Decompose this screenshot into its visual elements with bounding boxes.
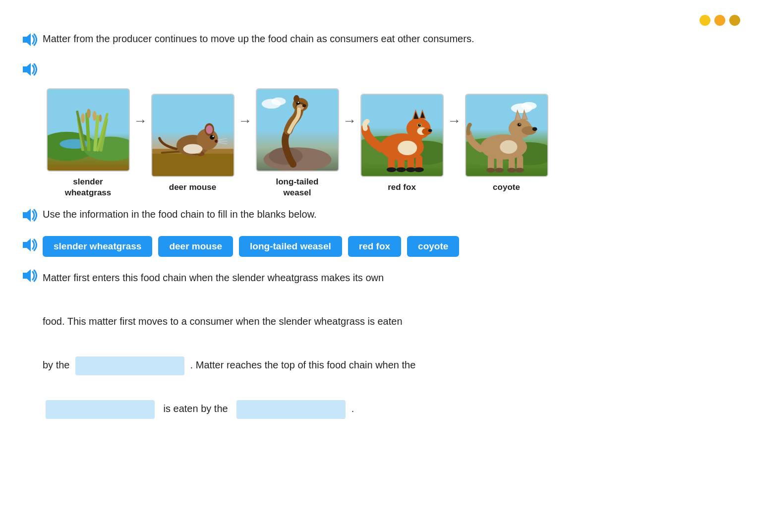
animal-image-deer-mouse <box>151 94 234 177</box>
speaker-icon-1[interactable] <box>20 31 38 49</box>
svg-marker-98 <box>23 238 31 251</box>
svg-point-15 <box>99 115 102 122</box>
svg-point-58 <box>428 129 432 132</box>
arrow-2: → <box>238 111 252 131</box>
animal-label-red-fox: red fox <box>388 182 416 193</box>
svg-point-33 <box>183 144 202 154</box>
food-chain-item-deer-mouse: deer mouse <box>149 94 236 193</box>
svg-point-95 <box>507 168 516 173</box>
food-chain-row: slenderwheatgrass → <box>45 88 740 198</box>
tag-deer-mouse[interactable]: deer mouse <box>158 236 233 257</box>
svg-marker-1 <box>23 63 31 76</box>
status-dots <box>20 15 740 26</box>
fill-text-part1: Matter first enters this food chain when… <box>43 272 384 283</box>
svg-point-61 <box>419 124 420 125</box>
fill-text-is-eaten: is eaten by the <box>164 403 228 414</box>
animal-image-coyote <box>465 94 548 177</box>
arrow-1: → <box>133 111 147 131</box>
intro-section: Matter from the producer continues to mo… <box>20 31 740 49</box>
arrow-4: → <box>447 111 461 131</box>
svg-marker-0 <box>23 33 31 46</box>
animal-label-coyote: coyote <box>493 182 520 193</box>
svg-point-93 <box>486 168 495 173</box>
speaker-icon-3[interactable] <box>20 206 38 224</box>
svg-point-36 <box>271 98 286 106</box>
instruction-section: Use the information in the food chain to… <box>20 206 740 224</box>
fill-text-block: Matter first enters this food chain when… <box>43 267 740 419</box>
tags-section: slender wheatgrass deer mouse long-taile… <box>20 236 740 257</box>
animal-image-red-fox <box>360 94 444 177</box>
svg-marker-99 <box>23 269 31 282</box>
svg-point-70 <box>414 167 424 172</box>
tag-slender-wheatgrass[interactable]: slender wheatgrass <box>43 236 152 257</box>
svg-marker-97 <box>23 209 31 222</box>
speaker-icon-4[interactable] <box>20 236 38 254</box>
orange-dot <box>714 15 725 26</box>
food-chain-header <box>20 60 740 78</box>
food-chain-item-coyote: coyote <box>463 94 550 193</box>
svg-point-69 <box>406 167 415 172</box>
svg-point-24 <box>210 135 215 140</box>
svg-point-62 <box>398 141 417 155</box>
arrow-3: → <box>343 111 356 131</box>
fill-text-period: . <box>351 403 354 414</box>
speaker-icon-5[interactable] <box>20 267 38 285</box>
tag-red-fox[interactable]: red fox <box>348 236 401 257</box>
svg-point-23 <box>206 125 213 134</box>
tag-coyote[interactable]: coyote <box>407 236 459 257</box>
svg-point-96 <box>515 168 524 173</box>
blank-input-3[interactable] <box>236 400 346 419</box>
intro-text: Matter from the producer continues to mo… <box>43 31 740 47</box>
svg-point-88 <box>500 140 517 154</box>
svg-point-45 <box>293 95 299 103</box>
animal-image-weasel <box>256 88 339 172</box>
svg-point-94 <box>495 168 504 173</box>
blank-input-1[interactable] <box>75 356 184 375</box>
svg-point-13 <box>87 109 91 118</box>
blank-input-2[interactable] <box>46 400 155 419</box>
svg-point-44 <box>302 104 306 107</box>
svg-point-60 <box>418 124 421 127</box>
tags-container: slender wheatgrass deer mouse long-taile… <box>43 236 740 257</box>
svg-point-84 <box>532 127 537 131</box>
fill-text-part3-after: . Matter reaches the top of this food ch… <box>190 359 416 370</box>
food-chain-item-weasel: long-tailedweasel <box>254 88 341 198</box>
yellow-dot <box>700 15 710 26</box>
food-chain-item-wheatgrass: slenderwheatgrass <box>45 88 131 198</box>
animal-label-wheatgrass: slenderwheatgrass <box>65 177 112 198</box>
tag-long-tailed-weasel[interactable]: long-tailed weasel <box>239 236 342 257</box>
food-chain-item-red-fox: red fox <box>358 94 445 193</box>
svg-point-68 <box>396 167 406 172</box>
svg-point-12 <box>81 114 85 123</box>
animal-label-weasel: long-tailedweasel <box>276 177 319 198</box>
fill-text-part2: food. This matter first moves to a consu… <box>43 316 403 327</box>
instruction-text: Use the information in the food chain to… <box>43 206 740 222</box>
svg-point-75 <box>521 102 536 110</box>
svg-point-86 <box>518 123 521 126</box>
fill-text-part3-before: by the <box>43 359 69 370</box>
speaker-icon-2[interactable] <box>20 60 38 78</box>
svg-point-67 <box>386 167 396 172</box>
svg-point-14 <box>92 111 96 121</box>
gold-dot <box>729 15 740 26</box>
animal-image-wheatgrass <box>47 88 130 172</box>
fill-in-blanks-section: Matter first enters this food chain when… <box>20 267 740 419</box>
animal-label-deer-mouse: deer mouse <box>169 182 216 193</box>
svg-point-25 <box>212 136 214 137</box>
svg-point-87 <box>519 124 520 125</box>
